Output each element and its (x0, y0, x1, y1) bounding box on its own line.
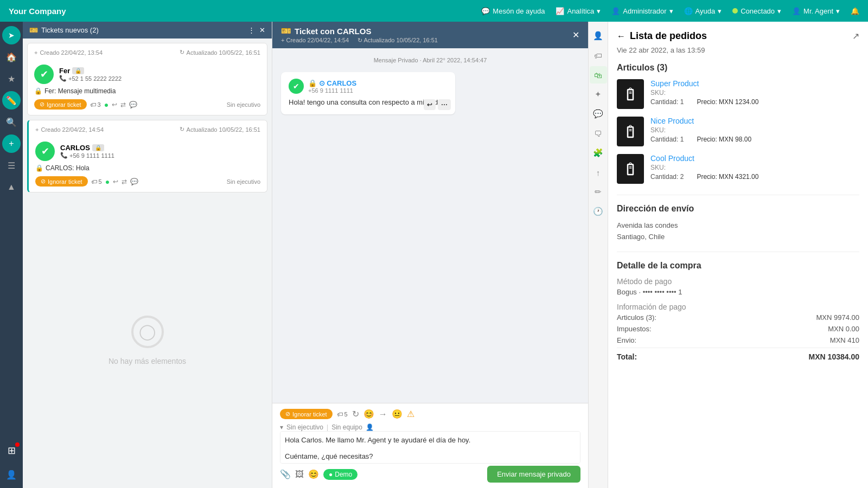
nav-analytics[interactable]: 📈 Analítica ▾ (556, 7, 601, 15)
nav-help[interactable]: 🌐 Ayuda ▾ (684, 7, 722, 15)
sidebar-icon-edit[interactable]: ✏️ (2, 91, 21, 110)
tickets-close-icon[interactable]: ✕ (259, 26, 265, 34)
tab-puzzle-icon[interactable]: 🧩 (590, 144, 607, 162)
helpdesk-label: Mesón de ayuda (493, 7, 545, 15)
tab-pen-icon[interactable]: ✏ (590, 183, 607, 201)
back-icon[interactable]: ← (617, 31, 626, 41)
sidebar-icon-add[interactable]: + (2, 134, 21, 153)
contact-info: Fer 🔒 📞 +52 1 55 2222 2222 (59, 67, 122, 82)
external-link-icon[interactable]: ↗ (852, 31, 859, 41)
tag-count: 🏷 3 (90, 101, 101, 108)
tab-clock-icon[interactable]: 🕐 (590, 203, 607, 220)
sender-phone: +56 9 1111 1111 (308, 87, 356, 94)
tag-icon: 🏷 (91, 178, 97, 185)
chevron-down-icon: ▾ (669, 7, 673, 15)
payment-info-label: Información de pago (617, 303, 859, 311)
product-image (617, 79, 644, 109)
tab-orders-icon[interactable]: 🛍 (590, 66, 607, 84)
svg-rect-3 (629, 130, 632, 131)
nav-agent[interactable]: 👤 Mr. Agent ▾ (792, 7, 840, 15)
channel-badge[interactable]: ● Demo (323, 469, 358, 480)
tab-contact-icon[interactable]: 👤 (590, 27, 607, 44)
ignore-ticket-footer-button[interactable]: ⊘ Ignorar ticket (280, 409, 333, 419)
articles-title: Articulos (3) (617, 63, 859, 73)
ignore-ticket-button[interactable]: ⊘ Ignorar ticket (35, 176, 88, 187)
nav-items: 💬 Mesón de ayuda 📈 Analítica ▾ 👤 Adminis… (481, 7, 859, 15)
plus-icon: + (34, 49, 37, 56)
tab-tag-icon[interactable]: 🏷 (590, 47, 607, 64)
product-sku: SKU: (650, 89, 859, 97)
tickets-header: 🎫 Tickets nuevos (2) ⋮ ✕ (23, 22, 272, 38)
arrow-right-icon: → (379, 409, 387, 419)
tab-comment-icon[interactable]: 🗨 (590, 125, 607, 142)
sidebar-icon-grid[interactable]: ⊞ (2, 441, 21, 460)
sender-info: 🔒 ⊙ CARLOS +56 9 1111 1111 (308, 79, 356, 94)
product-name: Cool Product (650, 154, 859, 163)
ticket-actions: ⊘ Ignorar ticket 🏷 5 ● ↩ ⇄ 💬 Sin ejecuti… (35, 176, 260, 187)
sidebar-icon-up[interactable]: ▲ (2, 178, 21, 196)
product-image (617, 117, 644, 146)
ticket-preview: 🔒 CARLOS: Hola (35, 164, 260, 172)
shipping-address: Avenida las condes Santiago, Chile (617, 220, 859, 243)
total-row: Total: MXN 10384.00 (617, 348, 859, 361)
orders-header: ← Lista de pedidos ↗ (617, 30, 859, 42)
sidebar-icon-user[interactable]: 👤 (2, 465, 21, 484)
refresh-icon: ↻ (352, 409, 359, 419)
footer-bottom: 📎 🖼 😊 ● Demo Enviar mensaje privado (280, 466, 580, 483)
product-image (617, 154, 644, 184)
product-price: Precio: MXN 4321.00 (697, 173, 758, 181)
more-button[interactable]: ⋯ (438, 99, 451, 110)
agent-label: Mr. Agent (803, 7, 833, 15)
product-info: Super Product SKU: Cantidad: 1 Precio: M… (650, 79, 859, 106)
whatsapp-icon: ✔ (293, 82, 299, 91)
product-quantity: Cantidad: 1 (650, 98, 684, 106)
admin-icon: 👤 (611, 7, 620, 15)
no-more-section: ◯ No hay más elementos (23, 192, 272, 488)
product-qty-price: Cantidad: 2 Precio: MXN 4321.00 (650, 173, 859, 181)
connected-dot (732, 8, 738, 14)
chat-close-icon[interactable]: ✕ (572, 30, 579, 40)
nav-helpdesk[interactable]: 💬 Mesón de ayuda (481, 7, 545, 15)
list-item: Nice Product SKU: Cantidad: 1 Precio: MX… (617, 117, 859, 146)
sidebar-icon-home[interactable]: 🏠 (2, 48, 21, 66)
ticket-card[interactable]: + Creado 22/04/22, 13:54 ↻ Actualizado 1… (27, 43, 267, 115)
help-icon: 🌐 (684, 7, 693, 15)
nav-admin[interactable]: 👤 Administrador ▾ (611, 7, 673, 15)
sidebar-icon-list[interactable]: ☰ (2, 156, 21, 175)
whatsapp-icon: ● (329, 471, 333, 478)
attachment-icon[interactable]: 📎 (280, 469, 291, 479)
admin-label: Administrador (623, 7, 666, 15)
emoji-icon[interactable]: 😊 (308, 469, 319, 479)
nav-connected[interactable]: Conectado ▾ (732, 7, 781, 15)
nav-notifications[interactable]: 🔔 (851, 7, 859, 15)
chat-input[interactable] (280, 431, 580, 464)
product-sku: SKU: (650, 164, 859, 171)
list-item: Super Product SKU: Cantidad: 1 Precio: M… (617, 79, 859, 109)
reply-button[interactable]: ↩ (424, 99, 436, 110)
articles-value: MXN 9974.00 (816, 313, 860, 322)
sidebar-icon-navigate[interactable]: ➤ (2, 26, 21, 44)
tag-icon: 🏷 (337, 411, 343, 418)
tab-up-icon[interactable]: ↑ (590, 164, 607, 181)
lock-icon: 🔒 (35, 164, 43, 172)
tickets-menu-icon[interactable]: ⋮ (248, 26, 255, 34)
sidebar-icon-star[interactable]: ★ (2, 69, 21, 88)
image-icon[interactable]: 🖼 (295, 470, 304, 479)
sidebar-icon-search[interactable]: 🔍 (2, 113, 21, 131)
ticket-contact: ✔ CARLOS 🔒 📞 +56 9 1111 1111 (35, 142, 260, 161)
ticket-contact: ✔ Fer 🔒 📞 +52 1 55 2222 2222 (34, 65, 260, 84)
chat-title: 🎫 Ticket con CARLOS (281, 26, 438, 36)
brand-logo: Your Company (9, 7, 468, 16)
sender-avatar: ✔ (289, 79, 304, 94)
warning-icon: ⚠ (407, 409, 414, 419)
send-button[interactable]: Enviar mensaje privado (487, 466, 580, 483)
svg-rect-1 (629, 93, 632, 93)
tickets-header-icons: ⋮ ✕ (248, 26, 265, 34)
whatsapp-small-icon: ● (105, 177, 110, 186)
ignore-ticket-button[interactable]: ⊘ Ignorar ticket (34, 99, 87, 110)
tab-integrations-icon[interactable]: ✦ (590, 86, 607, 103)
tab-chat-icon[interactable]: 💬 (590, 105, 607, 123)
ticket-card[interactable]: + Creado 22/04/22, 14:54 ↻ Actualizado 1… (27, 120, 267, 192)
phone-icon: 📞 (59, 75, 67, 82)
ticket-updated: ↻ Actualizado 10/05/22, 16:51 (180, 49, 260, 56)
